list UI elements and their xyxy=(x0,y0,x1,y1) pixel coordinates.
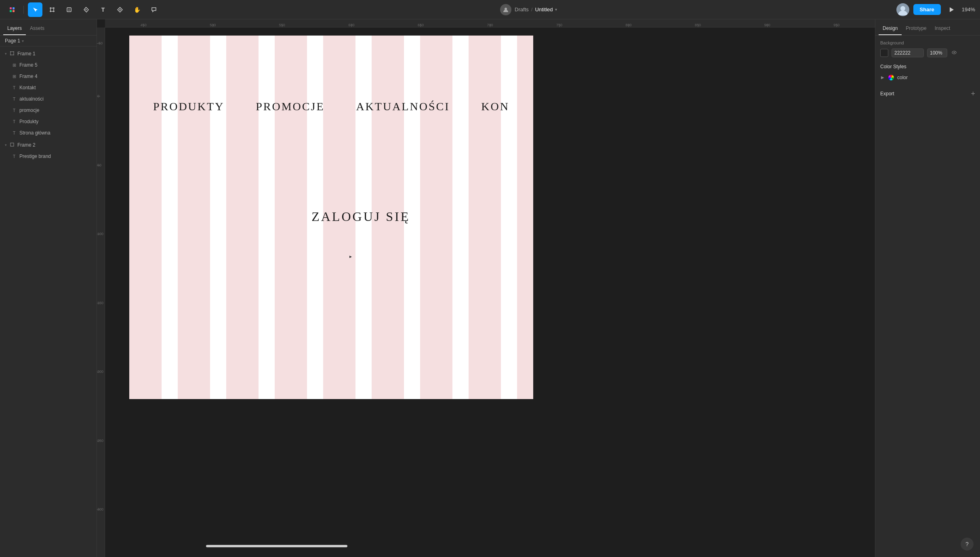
tab-prototype[interactable]: Prototype xyxy=(902,22,930,35)
layer-item-frame2[interactable]: ▾ Frame 2 xyxy=(0,139,97,151)
tab-layers[interactable]: Layers xyxy=(3,22,26,35)
nav-item-aktualnosci: AKTUALNOŚCI xyxy=(356,100,450,113)
breadcrumb-drafts: Drafts xyxy=(515,6,529,13)
page-name: Page 1 xyxy=(5,38,20,44)
background-row xyxy=(880,48,975,57)
svg-point-15 xyxy=(86,9,87,10)
hand-tool-button[interactable]: ✋ xyxy=(130,2,144,17)
layer-name-produkty: Produkty xyxy=(19,119,93,124)
background-visibility-button[interactable] xyxy=(951,49,958,57)
frame-icon-frame2 xyxy=(9,143,15,147)
expand-arrow-frame1: ▾ xyxy=(5,52,7,56)
layer-item-frame4[interactable]: ⊞ Frame 4 xyxy=(0,71,97,82)
tab-inspect[interactable]: Inspect xyxy=(931,22,955,35)
user-avatar[interactable] xyxy=(500,4,511,15)
text-icon-kontakt: T xyxy=(11,86,17,90)
background-color-swatch[interactable] xyxy=(880,49,888,57)
color-style-expand-button[interactable]: ▶ xyxy=(880,74,885,80)
color-style-row-color[interactable]: ▶ color xyxy=(880,73,975,82)
svg-point-4 xyxy=(13,8,15,10)
layer-name-kontakt: Kontakt xyxy=(19,85,93,90)
layer-item-produkty[interactable]: T Produkty xyxy=(0,116,97,127)
breadcrumb-current: Untitled xyxy=(535,6,553,13)
comment-tool-button[interactable] xyxy=(147,2,161,17)
tab-design[interactable]: Design xyxy=(879,22,902,35)
right-panel-content: Background Color Styles xyxy=(875,36,980,557)
topbar: T ✋ Drafts / U xyxy=(0,0,980,19)
background-opacity-input[interactable] xyxy=(927,48,947,57)
text-icon-produkty: T xyxy=(11,120,17,124)
layer-item-promocje[interactable]: T promocje xyxy=(0,105,97,116)
page-selector[interactable]: Page 1 ▾ xyxy=(0,36,97,46)
layer-item-strona-glowna[interactable]: T Strona główna xyxy=(0,127,97,139)
frame-tool-button[interactable] xyxy=(45,2,59,17)
background-section: Background xyxy=(880,40,975,57)
layer-tree: ▾ Frame 1 ⊞ Frame 5 xyxy=(0,46,97,557)
nav-item-produkty: PRODUKTY xyxy=(153,100,224,113)
hand-tool-icon: ✋ xyxy=(134,6,141,13)
nav-item-kontakt: KON xyxy=(481,100,509,113)
canvas-center-text: ZALOGUJ SIĘ xyxy=(311,209,410,224)
background-hex-input[interactable] xyxy=(892,48,924,57)
text-tool-icon: T xyxy=(101,6,105,13)
canvas-scrollbar-horizontal[interactable] xyxy=(206,545,347,547)
layer-item-aktualnosci[interactable]: T aktualności xyxy=(0,93,97,105)
layer-item-kontakt[interactable]: T Kontakt xyxy=(0,82,97,93)
frame-icon-frame4: ⊞ xyxy=(11,74,17,79)
svg-rect-20 xyxy=(11,52,14,55)
shape-tool-button[interactable] xyxy=(62,2,76,17)
right-panel-tabs: Design Prototype Inspect xyxy=(875,19,980,36)
topbar-left: T ✋ xyxy=(5,2,161,17)
help-button[interactable]: ? xyxy=(961,538,974,551)
color-styles-title: Color Styles xyxy=(880,64,906,69)
right-panel: Design Prototype Inspect Background xyxy=(875,19,980,557)
export-section: Export + xyxy=(880,90,975,97)
layer-name-promocje: promocje xyxy=(19,107,93,113)
svg-rect-0 xyxy=(10,7,12,9)
page-dropdown-arrow: ▾ xyxy=(22,39,24,43)
layer-name-frame4: Frame 4 xyxy=(19,74,93,79)
layer-name-strona-glowna: Strona główna xyxy=(19,130,93,136)
figma-menu-button[interactable] xyxy=(5,2,19,17)
export-header: Export + xyxy=(880,90,975,97)
background-label: Background xyxy=(880,40,975,45)
left-panel: Layers Assets Page 1 ▾ ▾ F xyxy=(0,19,97,557)
cursor-indicator: ▸ xyxy=(349,254,352,259)
color-styles-section: Color Styles ▶ color xyxy=(880,64,975,82)
layer-item-frame5[interactable]: ⊞ Frame 5 xyxy=(0,59,97,71)
frame-icon-frame5: ⊞ xyxy=(11,63,17,68)
layer-name-frame5: Frame 5 xyxy=(19,62,93,68)
profile-avatar[interactable] xyxy=(896,3,909,16)
breadcrumb-dropdown-arrow[interactable]: ▾ xyxy=(555,7,557,12)
frame-icon-frame1 xyxy=(9,51,15,56)
canvas-area[interactable]: 450 500 550 600 650 700 750 800 850 900 xyxy=(97,19,875,557)
layer-name-frame2: Frame 2 xyxy=(17,142,93,148)
text-icon-prestige-brand: T xyxy=(11,154,17,159)
canvas-nav: PRODUKTY PROMOCJE AKTUALNOŚCI KON xyxy=(129,100,533,113)
topbar-center: Drafts / Untitled ▾ xyxy=(500,4,557,15)
svg-rect-2 xyxy=(10,10,12,12)
select-tool-button[interactable] xyxy=(28,2,42,17)
component-tool-button[interactable] xyxy=(113,2,127,17)
tab-assets[interactable]: Assets xyxy=(26,22,48,35)
export-label: Export xyxy=(880,91,894,97)
color-style-dot xyxy=(888,75,894,80)
topbar-right: Share 194% xyxy=(896,3,975,16)
breadcrumb: Drafts / Untitled ▾ xyxy=(515,6,557,13)
layer-item-prestige-brand[interactable]: T Prestige brand xyxy=(0,151,97,162)
layer-name-prestige-brand: Prestige brand xyxy=(19,153,93,159)
panel-tabs: Layers Assets xyxy=(0,19,97,36)
layer-item-frame1[interactable]: ▾ Frame 1 xyxy=(0,48,97,59)
canvas-content[interactable]: PRODUKTY PROMOCJE AKTUALNOŚCI KON ZALOGU… xyxy=(105,27,875,549)
design-frame[interactable]: PRODUKTY PROMOCJE AKTUALNOŚCI KON ZALOGU… xyxy=(129,36,533,399)
pen-tool-button[interactable] xyxy=(79,2,93,17)
share-button[interactable]: Share xyxy=(913,4,941,15)
play-button[interactable] xyxy=(945,3,958,16)
text-tool-button[interactable]: T xyxy=(96,2,110,17)
color-style-name: color xyxy=(897,75,908,80)
breadcrumb-separator: / xyxy=(531,6,533,13)
tool-separator-1 xyxy=(23,6,24,14)
expand-arrow-frame2: ▾ xyxy=(5,143,7,147)
layer-name-frame1: Frame 1 xyxy=(17,51,93,57)
export-add-button[interactable]: + xyxy=(971,90,975,97)
